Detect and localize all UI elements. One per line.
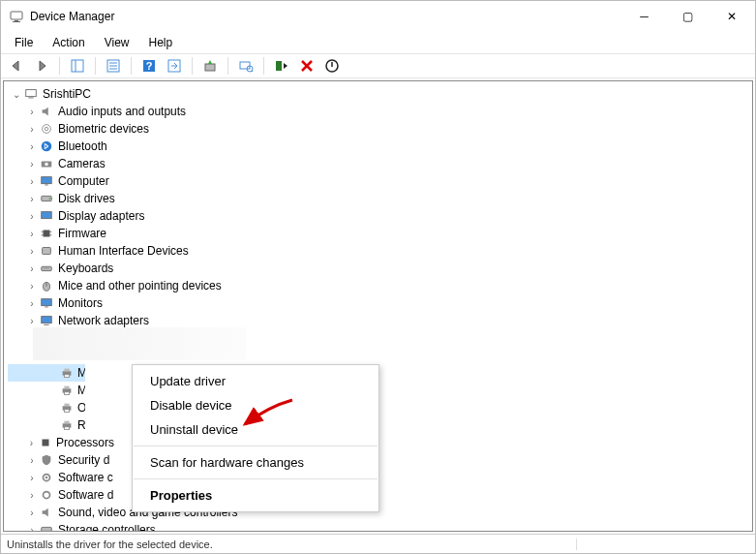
menu-help[interactable]: Help [139, 34, 183, 51]
back-icon[interactable] [7, 56, 26, 76]
chevron-right-icon[interactable]: › [25, 438, 38, 448]
context-uninstall-device[interactable]: Uninstall device [133, 417, 378, 442]
chevron-right-icon[interactable]: › [25, 211, 39, 222]
chevron-right-icon[interactable]: › [25, 298, 39, 309]
chevron-right-icon[interactable]: › [25, 194, 39, 204]
maximize-button[interactable]: ▢ [666, 2, 710, 31]
tree-label: Micros [77, 384, 85, 397]
audio-icon [39, 104, 54, 119]
svg-rect-0 [11, 12, 22, 19]
menu-action[interactable]: Action [43, 34, 94, 51]
tree-item[interactable]: OneN [8, 399, 85, 416]
chip-icon [39, 226, 54, 241]
chevron-down-icon[interactable]: ⌄ [10, 89, 23, 100]
action-icon[interactable] [165, 56, 184, 76]
chevron-right-icon[interactable]: › [25, 124, 39, 135]
tree-category-software-devices[interactable]: ›Software d [8, 486, 752, 504]
tree-category-computer[interactable]: ›Computer [8, 172, 752, 190]
sound-icon [39, 505, 54, 520]
properties-icon[interactable] [104, 56, 123, 76]
show-hide-tree-icon[interactable] [68, 56, 87, 76]
tree-item[interactable]: Micros [8, 382, 85, 399]
tree-item-selected[interactable]: Micros [8, 364, 85, 382]
tree-category-keyboards[interactable]: ›Keyboards [8, 260, 752, 277]
tree-label: Monitors [58, 296, 103, 310]
minimize-button[interactable]: ─ [622, 2, 666, 31]
svg-rect-51 [64, 410, 69, 413]
context-disable-device[interactable]: Disable device [133, 393, 378, 417]
svg-point-22 [42, 141, 52, 152]
chevron-right-icon[interactable]: › [25, 107, 39, 117]
tree-category-monitors[interactable]: ›Monitors [8, 294, 752, 312]
tree-category-display[interactable]: ›Display adapters [8, 207, 752, 225]
enable-device-icon[interactable] [272, 56, 291, 76]
chevron-right-icon[interactable]: › [25, 473, 39, 483]
tree-label: Micros [77, 366, 85, 380]
tree-category-storage[interactable]: ›Storage controllers [8, 521, 752, 532]
context-scan-hardware[interactable]: Scan for hardware changes [133, 450, 378, 475]
tree-category-disk[interactable]: ›Disk drives [8, 190, 752, 207]
tree-category-biometric[interactable]: ›Biometric devices [8, 120, 752, 138]
svg-point-57 [45, 477, 48, 479]
scan-hardware-icon[interactable] [236, 56, 256, 76]
chevron-right-icon[interactable]: › [25, 525, 39, 533]
chevron-right-icon[interactable]: › [25, 159, 39, 169]
close-button[interactable]: ✕ [710, 2, 753, 31]
tree-item[interactable]: Root P [8, 416, 85, 434]
tree-label: SrishtiPC [43, 87, 91, 101]
context-update-driver[interactable]: Update driver [133, 369, 378, 393]
chevron-right-icon[interactable]: › [25, 246, 39, 257]
svg-rect-40 [42, 299, 52, 306]
tree-category-sound[interactable]: ›Sound, video and game controllers [8, 504, 752, 521]
svg-rect-1 [15, 20, 18, 21]
chevron-right-icon[interactable]: › [25, 316, 39, 326]
printer-icon [60, 400, 74, 416]
svg-rect-41 [45, 307, 48, 308]
tree-category-security[interactable]: ›Security d [8, 451, 114, 469]
tree-label: Disk drives [58, 192, 115, 205]
tree-category-software-components[interactable]: ›Software c [8, 469, 114, 486]
tree-label: Keyboards [58, 262, 113, 275]
tree-root[interactable]: ⌄ SrishtiPC [8, 85, 752, 103]
tree-category-bluetooth[interactable]: ›Bluetooth [8, 138, 752, 155]
statusbar: Uninstalls the driver for the selected d… [1, 534, 755, 553]
svg-point-28 [49, 198, 51, 200]
chevron-right-icon[interactable]: › [25, 176, 39, 187]
monitor-icon [39, 173, 54, 189]
help-icon[interactable]: ? [139, 56, 159, 76]
svg-line-15 [252, 71, 253, 72]
tree-category-firmware[interactable]: ›Firmware [8, 225, 752, 242]
tree-label: Biometric devices [58, 122, 149, 136]
update-driver-icon[interactable] [200, 56, 220, 76]
chevron-right-icon[interactable]: › [25, 455, 39, 466]
menu-view[interactable]: View [95, 34, 139, 51]
window-title: Device Manager [30, 10, 114, 23]
chevron-right-icon[interactable]: › [25, 490, 39, 501]
svg-rect-29 [42, 212, 52, 219]
tree-category-hid[interactable]: ›Human Interface Devices [8, 242, 752, 260]
forward-icon[interactable] [32, 56, 51, 76]
storage-icon [39, 522, 54, 532]
tree-category-cameras[interactable]: ›Cameras [8, 155, 752, 172]
chevron-right-icon[interactable]: › [25, 281, 39, 292]
chevron-right-icon[interactable]: › [25, 229, 39, 239]
context-properties[interactable]: Properties [133, 483, 378, 508]
disable-device-icon[interactable] [322, 56, 342, 76]
redacted-region [33, 327, 246, 360]
svg-rect-42 [42, 317, 52, 323]
tree-category-mice[interactable]: ›Mice and other pointing devices [8, 277, 752, 294]
tree-category-audio[interactable]: ›Audio inputs and outputs [8, 103, 752, 120]
chevron-right-icon[interactable]: › [25, 141, 39, 152]
disk-icon [39, 191, 54, 206]
tree-label: Software c [58, 471, 113, 484]
uninstall-device-icon[interactable] [297, 56, 317, 76]
tree-category-processors[interactable]: ›Processors [8, 434, 114, 451]
menu-file[interactable]: File [5, 34, 43, 51]
svg-text:?: ? [146, 60, 153, 72]
tree-label: Software d [58, 488, 113, 502]
chevron-right-icon[interactable]: › [25, 508, 39, 518]
chevron-right-icon[interactable]: › [25, 263, 39, 274]
tree-label: Mice and other pointing devices [58, 279, 222, 292]
svg-rect-19 [28, 98, 33, 99]
svg-rect-44 [64, 369, 69, 372]
